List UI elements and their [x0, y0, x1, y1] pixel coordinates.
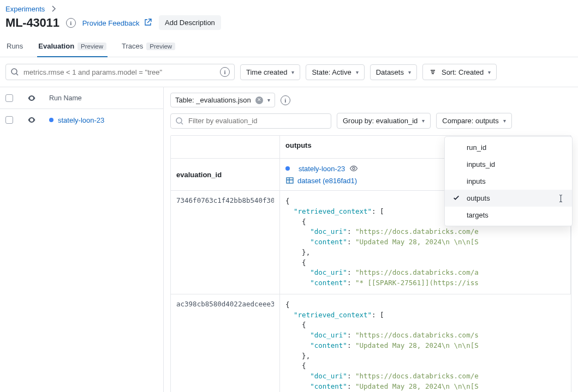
left-pane: Run Name stately-loon-23 [0, 87, 164, 392]
eval-controls-row: Group by: evaluation_id ▾ Compare: outpu… [170, 113, 571, 129]
tab-runs[interactable]: Runs [5, 37, 24, 57]
menu-item-outputs[interactable]: outputs [445, 190, 572, 207]
datasets-dropdown[interactable]: Datasets ▾ [370, 64, 417, 80]
compare-menu: run_id inputs_id inputs outputs targets [444, 136, 573, 226]
search-input[interactable] [23, 68, 216, 76]
run-row[interactable]: stately-loon-23 [0, 109, 163, 131]
menu-item-run-id[interactable]: run_id [445, 139, 572, 156]
compare-dropdown[interactable]: Compare: outputs ▾ [436, 113, 511, 129]
chevron-down-icon: ▾ [267, 97, 270, 103]
evaluation-id-header: evaluation_id [171, 159, 280, 191]
filter-evaluation-box[interactable] [170, 113, 331, 129]
breadcrumb-root[interactable]: Experiments [5, 5, 45, 13]
eval-id-cell: ac398cb8580d4022aedceee3 [171, 294, 280, 392]
tab-evaluation[interactable]: Evaluation Preview [37, 37, 108, 57]
menu-item-inputs[interactable]: inputs [445, 173, 572, 190]
chevron-down-icon: ▾ [291, 69, 294, 75]
chevron-down-icon: ▾ [488, 69, 491, 75]
chevron-down-icon: ▾ [408, 69, 411, 75]
check-icon [452, 194, 460, 202]
sort-dropdown[interactable]: Sort: Created ▾ [422, 64, 497, 80]
chevron-right-icon [49, 4, 58, 13]
info-icon[interactable]: i [220, 67, 230, 77]
svg-point-1 [31, 97, 33, 99]
chevron-down-icon: ▾ [422, 118, 425, 124]
eval-id-text: 7346f0763c1f42bb8b540f30a [176, 196, 274, 204]
svg-point-2 [31, 119, 33, 121]
title-bar: ML-43011 i Provide Feedback Add Descript… [0, 15, 578, 37]
run-name-header: Run Name [49, 94, 158, 102]
output-json: { "retrieved_context": [ { "doc_uri": "h… [285, 300, 565, 392]
status-dot-icon [285, 166, 290, 171]
run-chip-link[interactable]: stately-loon-23 [299, 165, 345, 173]
page-title: ML-43011 [5, 16, 59, 30]
add-description-button[interactable]: Add Description [159, 15, 221, 30]
column-blank-header [171, 136, 280, 159]
table-icon [285, 176, 294, 185]
time-created-label: Time created [246, 68, 287, 76]
run-link[interactable]: stately-loon-23 [49, 116, 158, 124]
eye-icon[interactable] [349, 164, 358, 173]
tab-traces-label: Traces [122, 42, 143, 50]
breadcrumb: Experiments [0, 0, 578, 15]
search-icon [175, 117, 184, 125]
svg-point-0 [11, 69, 17, 74]
menu-item-inputs-id[interactable]: inputs_id [445, 156, 572, 173]
preview-badge: Preview [146, 43, 175, 50]
right-pane: Table: _evaluations.json ✕ ▾ i Group by:… [164, 87, 578, 392]
external-link-icon [144, 19, 152, 27]
svg-point-3 [176, 118, 182, 123]
chevron-down-icon: ▾ [356, 69, 359, 75]
run-link-label: stately-loon-23 [58, 116, 104, 124]
state-dropdown[interactable]: State: Active ▾ [306, 64, 364, 80]
preview-badge: Preview [78, 43, 106, 50]
tab-evaluation-label: Evaluation [38, 42, 74, 50]
group-by-label: Group by: evaluation_id [343, 117, 418, 125]
tab-traces[interactable]: Traces Preview [121, 37, 176, 57]
provide-feedback-link[interactable]: Provide Feedback [82, 18, 152, 27]
eye-icon[interactable] [27, 94, 36, 102]
filter-evaluation-input[interactable] [188, 117, 326, 125]
eye-icon[interactable] [27, 116, 36, 124]
info-icon[interactable]: i [66, 18, 76, 28]
tabs: Runs Evaluation Preview Traces Preview [0, 37, 578, 57]
menu-item-targets[interactable]: targets [445, 207, 572, 224]
runs-header-row: Run Name [0, 87, 163, 109]
search-box[interactable]: i [5, 64, 235, 80]
sort-icon [428, 68, 437, 76]
provide-feedback-label: Provide Feedback [82, 19, 140, 27]
cursor-icon [557, 194, 565, 203]
table-select[interactable]: Table: _evaluations.json ✕ ▾ [170, 93, 275, 107]
clear-icon[interactable]: ✕ [255, 97, 263, 104]
menu-item-outputs-label: outputs [467, 194, 490, 202]
svg-rect-5 [287, 178, 293, 183]
table-label: Table: _evaluations.json [175, 96, 251, 104]
status-dot-icon [49, 118, 53, 122]
split-panes: Run Name stately-loon-23 Table: _evaluat… [0, 87, 578, 392]
compare-label: Compare: outputs [442, 117, 498, 125]
time-created-dropdown[interactable]: Time created ▾ [240, 64, 300, 80]
select-all-checkbox[interactable] [5, 94, 13, 102]
chevron-down-icon: ▾ [503, 118, 506, 124]
svg-point-4 [353, 167, 355, 170]
dataset-link[interactable]: dataset (e816fad1) [297, 177, 357, 185]
eval-id-text: ac398cb8580d4022aedceee3 [176, 300, 274, 308]
run-checkbox[interactable] [5, 116, 13, 124]
eval-id-cell: 7346f0763c1f42bb8b540f30a [171, 191, 280, 294]
output-json-cell: { "retrieved_context": [ { "doc_uri": "h… [280, 294, 571, 392]
info-icon[interactable]: i [281, 95, 290, 105]
table-selector-row: Table: _evaluations.json ✕ ▾ i [170, 93, 571, 107]
datasets-label: Datasets [376, 68, 404, 76]
group-by-dropdown[interactable]: Group by: evaluation_id ▾ [337, 113, 431, 129]
state-label: State: Active [312, 68, 351, 76]
sort-label: Sort: Created [442, 68, 484, 76]
filter-bar: i Time created ▾ State: Active ▾ Dataset… [0, 57, 578, 87]
search-icon [10, 68, 19, 76]
